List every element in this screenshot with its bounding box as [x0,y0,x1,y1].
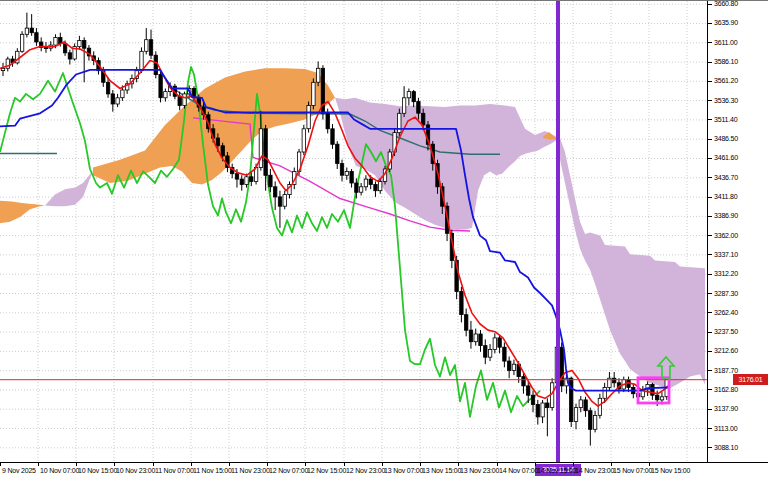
candle-body [159,75,162,98]
price-axis-label: 3386.90 [714,212,738,219]
candle-body [374,185,377,191]
candle-body [302,129,305,152]
price-axis-label: 3511.40 [714,116,737,123]
price-axis-tick [708,158,712,159]
candle-body [221,146,224,156]
time-axis-tick [420,463,421,466]
candle-body [183,94,186,106]
price-axis-tick [708,428,712,429]
price-axis-label: 3660.80 [714,0,738,7]
candle-body [140,51,143,70]
candle-body [503,347,506,361]
candle-body [593,415,596,429]
price-axis-label: 3411.80 [714,193,737,200]
time-axis-tick [0,463,1,466]
time-axis-tick [497,463,498,466]
time-axis-tick [305,463,306,466]
candle-body [474,334,477,342]
price-axis-tick [708,62,712,63]
time-axis-tick [535,463,536,466]
candle-body [154,55,157,74]
candle-body [111,94,114,104]
candle-body [488,350,491,358]
price-axis-tick [708,81,712,82]
candle-body [331,129,334,145]
candle-body [283,195,286,207]
time-axis[interactable]: 2025.11.14 19:00 9 Nov 202510 Nov 07:001… [0,462,768,480]
candle-body [603,388,606,399]
time-axis-tick [153,463,154,466]
price-axis-tick [708,370,712,371]
price-axis-label: 3162.80 [714,386,738,393]
time-axis-label: 9 Nov 2025 [2,467,36,474]
price-axis-tick [708,351,712,352]
price-axis-label: 3113.00 [714,425,737,432]
time-axis-tick [382,463,383,466]
ichimoku-cloud [0,201,45,224]
candle-body [30,28,33,33]
price-chart[interactable] [0,1,707,462]
candle-body [536,405,539,417]
candle-body [350,171,353,183]
candle-body [465,315,468,331]
candle-body [574,408,577,422]
candle-body [240,179,243,184]
price-axis-label: 3312.20 [714,270,738,277]
candle-body [584,400,587,411]
candle-body [546,403,549,408]
candle-body [541,403,544,417]
price-axis-label: 3088.10 [714,444,738,451]
price-axis-label: 3586.10 [714,58,738,65]
time-axis-label: 15 Nov 07:00 [613,467,652,474]
time-axis-label: 11 Nov 07:00 [155,467,194,474]
candle-body [369,179,372,184]
price-axis-label: 3536.30 [714,97,738,104]
candle-body [145,40,148,52]
candle-body [68,53,71,59]
candle-body [407,92,410,98]
candle-body [479,334,482,346]
time-axis-tick [611,463,612,466]
price-axis-label: 3461.60 [714,154,738,161]
candle-body [422,113,425,125]
time-axis-tick [267,463,268,466]
candle-body [54,37,57,45]
current-price-tag: 3176.01 [733,374,768,385]
candle-body [484,346,487,358]
candle-body [164,92,167,98]
price-axis-tick [708,389,712,390]
trading-chart-window: 3176.01 3660.803635.903611.003586.103561… [0,0,768,480]
candle-body [274,187,277,197]
time-axis-label: 12 Nov 07:00 [269,467,308,474]
vertical-time-line[interactable] [556,1,560,462]
candle-body [312,82,315,105]
price-axis-tick [708,312,712,313]
price-axis-tick [708,274,712,275]
time-axis-tick [114,463,115,466]
candle-body [417,102,420,114]
time-axis-tick [229,463,230,466]
time-axis-tick [76,463,77,466]
price-axis[interactable]: 3176.01 3660.803635.903611.003586.103561… [707,1,768,462]
candle-body [121,90,124,98]
candle-body [269,175,272,187]
candle-body [149,40,152,56]
price-axis-tick [708,235,712,236]
time-axis-tick [344,463,345,466]
candle-body [359,187,362,192]
candle-body [106,82,109,94]
price-axis-tick [708,42,712,43]
candle-body [278,197,281,206]
price-axis-label: 3212.60 [714,347,738,354]
time-axis-tick [458,463,459,466]
ichimoku-cloud [45,171,93,207]
candle-body [340,164,343,176]
time-axis-label: 10 Nov 07:00 [40,467,79,474]
candle-body [116,98,119,104]
price-axis-tick [708,100,712,101]
price-axis-tick [708,177,712,178]
price-axis-label: 3262.40 [714,309,738,316]
candle-body [355,183,358,192]
chart-canvas[interactable] [0,1,707,462]
candle-body [63,44,66,53]
